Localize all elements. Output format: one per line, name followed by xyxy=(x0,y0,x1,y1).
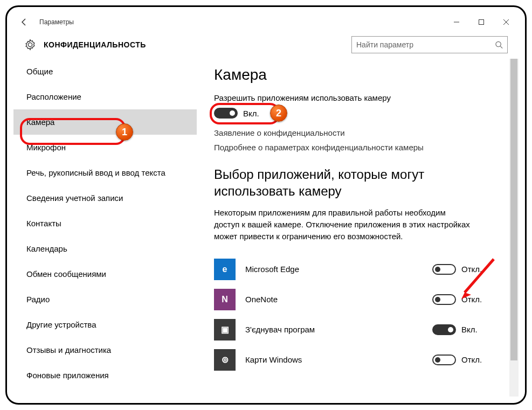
edge-icon: e xyxy=(214,259,236,280)
sidebar-item-label: Фоновые приложения xyxy=(26,371,109,380)
sidebar-item-label: Контакты xyxy=(26,219,61,228)
body: ОбщиеРасположениеКамераМикрофонРечь, рук… xyxy=(13,59,519,397)
app-toggle-wrap: Откл. xyxy=(432,355,497,365)
maximize-button[interactable] xyxy=(469,13,494,31)
app-toggle-state: Откл. xyxy=(461,265,482,274)
minimize-button[interactable] xyxy=(444,13,469,31)
header: КОНФИДЕНЦИАЛЬНОСТЬ xyxy=(13,31,519,59)
app-row: NOneNoteОткл. xyxy=(214,284,497,315)
master-toggle[interactable] xyxy=(214,108,238,119)
close-button[interactable] xyxy=(494,13,519,31)
onenote-icon: N xyxy=(214,289,236,310)
sidebar: ОбщиеРасположениеКамераМикрофонРечь, рук… xyxy=(13,59,197,397)
sidebar-item-4[interactable]: Речь, рукописный ввод и ввод текста xyxy=(13,160,197,185)
sidebar-item-label: Общие xyxy=(26,67,53,76)
apps-list: eMicrosoft EdgeОткл.NOneNoteОткл.▣З'єдну… xyxy=(214,254,497,375)
gear-icon xyxy=(24,39,36,51)
learn-more-link[interactable]: Подробнее о параметрах конфиденциальност… xyxy=(214,143,497,152)
section-title: КОНФИДЕНЦИАЛЬНОСТЬ xyxy=(44,40,146,49)
allow-label: Разрешить приложениям использовать камер… xyxy=(214,93,497,102)
sidebar-item-7[interactable]: Календарь xyxy=(13,236,197,261)
sidebar-item-label: Микрофон xyxy=(26,143,66,152)
sidebar-item-6[interactable]: Контакты xyxy=(13,211,197,236)
app-toggle-wrap: Вкл. xyxy=(432,324,497,335)
app-row: ▣З'єднувач програмВкл. xyxy=(214,315,497,345)
search-input[interactable] xyxy=(356,37,495,53)
sidebar-item-label: Расположение xyxy=(26,92,81,101)
vertical-scrollbar[interactable] xyxy=(509,59,519,397)
sidebar-item-1[interactable]: Расположение xyxy=(13,84,197,109)
settings-window: Параметры КОНФИДЕНЦИАЛЬНОСТЬ ОбщиеРаспол… xyxy=(13,13,519,397)
sidebar-item-11[interactable]: Отзывы и диагностика xyxy=(13,337,197,363)
sidebar-item-label: Радио xyxy=(26,295,50,304)
connector-icon: ▣ xyxy=(214,319,236,340)
sidebar-item-5[interactable]: Сведения учетной записи xyxy=(13,185,197,211)
master-toggle-state: Вкл. xyxy=(243,109,259,118)
content-pane: Камера Разрешить приложениям использоват… xyxy=(197,59,519,397)
search-box[interactable] xyxy=(351,36,508,53)
sidebar-item-10[interactable]: Другие устройства xyxy=(13,312,197,337)
app-name-label: OneNote xyxy=(245,295,432,304)
app-toggle-state: Откл. xyxy=(461,295,482,304)
arrow-left-icon xyxy=(20,18,29,26)
sidebar-item-label: Другие устройства xyxy=(26,320,96,329)
svg-rect-1 xyxy=(479,20,484,25)
sidebar-item-12[interactable]: Фоновые приложения xyxy=(13,363,197,388)
app-toggle[interactable] xyxy=(432,294,456,305)
app-toggle-wrap: Откл. xyxy=(432,294,497,305)
sidebar-item-9[interactable]: Радио xyxy=(13,287,197,312)
maximize-icon xyxy=(478,19,485,25)
app-toggle-state: Вкл. xyxy=(461,325,478,334)
page-title: Камера xyxy=(214,66,497,84)
app-name-label: Карти Windows xyxy=(245,355,432,364)
sidebar-item-8[interactable]: Обмен сообщениями xyxy=(13,261,197,287)
sidebar-item-label: Камера xyxy=(26,117,54,127)
window-title: Параметры xyxy=(35,18,74,26)
minimize-icon xyxy=(453,19,460,25)
close-icon xyxy=(503,19,509,25)
svg-line-3 xyxy=(500,46,502,48)
outer-frame: Параметры КОНФИДЕНЦИАЛЬНОСТЬ ОбщиеРаспол… xyxy=(5,5,527,405)
app-toggle[interactable] xyxy=(432,355,456,365)
maps-icon: ⊚ xyxy=(214,349,236,371)
annotation-badge-2: 2 xyxy=(270,105,287,122)
sidebar-item-label: Отзывы и диагностика xyxy=(26,345,111,355)
svg-point-2 xyxy=(496,41,501,46)
app-row: eMicrosoft EdgeОткл. xyxy=(214,254,497,284)
app-toggle-wrap: Откл. xyxy=(432,264,497,275)
back-button[interactable] xyxy=(13,13,35,31)
master-toggle-row: Вкл. 2 xyxy=(214,108,497,119)
search-icon xyxy=(495,40,503,49)
sidebar-item-label: Календарь xyxy=(26,244,67,253)
app-name-label: Microsoft Edge xyxy=(245,265,432,274)
app-toggle[interactable] xyxy=(432,264,456,275)
apps-heading: Выбор приложений, которые могут использо… xyxy=(214,166,497,199)
sidebar-item-label: Сведения учетной записи xyxy=(26,193,123,203)
scrollbar-thumb[interactable] xyxy=(510,59,517,360)
app-name-label: З'єднувач програм xyxy=(245,325,432,334)
app-toggle-state: Откл. xyxy=(461,355,482,364)
sidebar-item-label: Речь, рукописный ввод и ввод текста xyxy=(26,168,165,177)
sidebar-item-3[interactable]: Микрофон xyxy=(13,135,197,160)
annotation-badge-1: 1 xyxy=(116,123,133,141)
sidebar-item-2[interactable]: Камера xyxy=(13,109,197,135)
apps-description: Некоторым приложениям для правильной раб… xyxy=(214,207,473,242)
app-toggle[interactable] xyxy=(432,324,456,335)
privacy-statement-link[interactable]: Заявление о конфиденциальности xyxy=(214,128,497,137)
sidebar-item-label: Обмен сообщениями xyxy=(26,269,106,279)
app-row: ⊚Карти WindowsОткл. xyxy=(214,345,497,375)
sidebar-item-0[interactable]: Общие xyxy=(13,59,197,84)
titlebar: Параметры xyxy=(13,13,519,31)
